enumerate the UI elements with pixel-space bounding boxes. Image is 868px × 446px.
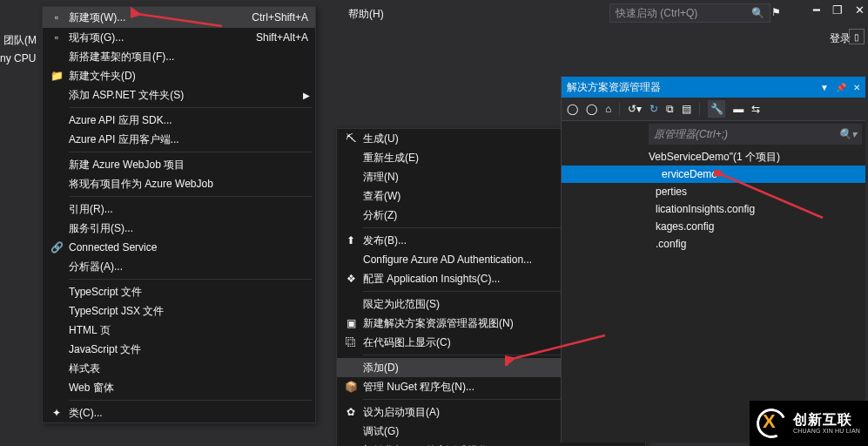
separator [69, 152, 312, 152]
service-reference-menuitem[interactable]: 服务引用(S)... [43, 219, 315, 238]
brand-icon: X [757, 409, 786, 438]
shortcut: Ctrl+Shift+A [252, 11, 308, 24]
quick-launch-box[interactable]: 快速启动 (Ctrl+Q) 🔍 [609, 3, 770, 23]
existing-item-icon: ▫ [46, 31, 67, 44]
solution-node[interactable]: VebServiceDemo"(1 个项目) [562, 148, 865, 166]
add-aspnet-folder-menuitem[interactable]: 添加 ASP.NET 文件夹(S) ▶ [43, 85, 315, 105]
appinsights-config-node[interactable]: licationInsights.config [562, 200, 865, 218]
restore-button[interactable]: ❐ [832, 3, 843, 17]
web-form-menuitem[interactable]: Web 窗体 [43, 378, 315, 397]
help-menu[interactable]: 帮助(H) [348, 7, 384, 22]
separator [69, 107, 312, 108]
back-icon[interactable]: ◯ [567, 103, 578, 115]
project-node[interactable]: erviceDemo [562, 166, 865, 183]
properties-icon[interactable]: 🔧 [708, 100, 725, 118]
label: 新建项(W)... [67, 10, 252, 25]
quick-launch-placeholder: 快速启动 (Ctrl+Q) [616, 6, 697, 21]
window-buttons: ━ ❐ ✕ [813, 3, 865, 17]
separator [69, 279, 312, 280]
close-button[interactable]: ✕ [855, 3, 865, 17]
solution-tree: VebServiceDemo"(1 个项目) erviceDemo pertie… [562, 146, 865, 253]
reference-menuitem[interactable]: 引用(R)... [43, 199, 315, 219]
solution-explorer-pane: 解决方案资源管理器 ▼ 📌 ✕ ◯ ◯ ⌂ ↺▾ ↻ ⧉ ▤ 🔧 ▬ ⇆ 原管理… [561, 77, 865, 443]
html-page-menuitem[interactable]: HTML 页 [43, 321, 315, 340]
analyzer-menuitem[interactable]: 分析器(A)... [43, 257, 315, 276]
pane-title: 解决方案资源管理器 [567, 80, 661, 95]
existing-item-menuitem[interactable]: ▫ 现有项(G)... Shift+Alt+A [43, 28, 315, 47]
properties-node[interactable]: perties [562, 183, 865, 200]
typescript-jsx-file-menuitem[interactable]: TypeScript JSX 文件 [43, 301, 315, 321]
scaffold-item-menuitem[interactable]: 新搭建基架的项目(F)... [43, 47, 315, 66]
solution-search-box[interactable]: 原管理器(Ctrl+;) 🔍▾ [649, 124, 862, 145]
solution-explorer-toolbar: ◯ ◯ ⌂ ↺▾ ↻ ⧉ ▤ 🔧 ▬ ⇆ [562, 98, 865, 121]
web-config-node[interactable]: .config [562, 235, 865, 253]
separator [69, 400, 312, 401]
home-icon[interactable]: ⌂ [605, 103, 611, 115]
dropdown-icon[interactable]: ▼ [820, 83, 829, 92]
login-link[interactable]: 登录 [830, 31, 851, 46]
build-icon: ⛏ [340, 132, 361, 145]
show-all-icon[interactable]: ▤ [682, 103, 691, 115]
new-azure-webjob-menuitem[interactable]: 新建 Azure WebJob 项目 [43, 155, 315, 174]
watermark-logo: X 创新互联 CHUANG XIN HU LIAN [750, 401, 868, 446]
new-item-menuitem[interactable]: ▫ 新建项(W)... Ctrl+Shift+A [43, 7, 315, 28]
azure-api-client-menuitem[interactable]: Azure API 应用客户端... [43, 130, 315, 149]
class-icon: ✦ [46, 407, 67, 419]
cpu-label: ny CPU [0, 52, 36, 64]
publish-icon: ⬆ [340, 234, 361, 247]
preview-icon[interactable]: ▬ [733, 103, 744, 115]
chevron-right-icon: ▶ [303, 91, 310, 100]
typescript-file-menuitem[interactable]: TypeScript 文件 [43, 282, 315, 301]
codemap-icon: ⿻ [340, 336, 361, 348]
azure-api-sdk-menuitem[interactable]: Azure API 应用 SDK... [43, 111, 315, 130]
toggle-icon[interactable]: ⇆ [751, 103, 760, 115]
team-label: 团队(M [3, 33, 37, 48]
brand-name: 创新互联 [793, 412, 860, 428]
forward-icon[interactable]: ◯ [586, 103, 597, 115]
packages-config-node[interactable]: kages.config [562, 218, 865, 235]
new-folder-menuitem[interactable]: 📁 新建文件夹(D) [43, 66, 315, 85]
connected-service-icon: 🔗 [46, 241, 67, 253]
pin-icon[interactable]: 📌 [836, 83, 846, 92]
stylesheet-menuitem[interactable]: 样式表 [43, 359, 315, 378]
sync-icon[interactable]: ↺▾ [628, 103, 642, 115]
existing-as-webjob-menuitem[interactable]: 将现有项目作为 Azure WebJob [43, 174, 315, 193]
brand-sub: CHUANG XIN HU LIAN [793, 428, 860, 435]
folder-icon: 📁 [46, 70, 67, 82]
avatar-icon[interactable]: ▯ [849, 29, 865, 44]
add-submenu: ▫ 新建项(W)... Ctrl+Shift+A ▫ 现有项(G)... Shi… [42, 6, 316, 423]
solution-view-icon: ▣ [340, 317, 361, 329]
javascript-file-menuitem[interactable]: JavaScript 文件 [43, 340, 315, 359]
class-menuitem[interactable]: ✦类(C)... [43, 403, 315, 422]
close-pane-icon[interactable]: ✕ [853, 83, 860, 92]
minimize-button[interactable]: ━ [813, 3, 820, 17]
collapse-icon[interactable]: ⧉ [666, 103, 674, 115]
refresh-icon[interactable]: ↻ [649, 103, 658, 115]
search-placeholder: 原管理器(Ctrl+;) [654, 127, 838, 142]
search-icon[interactable]: 🔍 [751, 7, 764, 19]
search-icon: 🔍▾ [838, 128, 857, 140]
app-insights-icon: ❖ [340, 273, 361, 285]
solution-explorer-titlebar[interactable]: 解决方案资源管理器 ▼ 📌 ✕ [562, 77, 865, 98]
flag-icon[interactable]: ⚑ [771, 6, 781, 18]
separator [69, 196, 312, 197]
nuget-icon: 📦 [340, 381, 361, 393]
new-item-icon: ▫ [46, 11, 67, 24]
connected-service-menuitem[interactable]: 🔗Connected Service [43, 238, 315, 257]
startup-icon: ✿ [340, 406, 361, 418]
